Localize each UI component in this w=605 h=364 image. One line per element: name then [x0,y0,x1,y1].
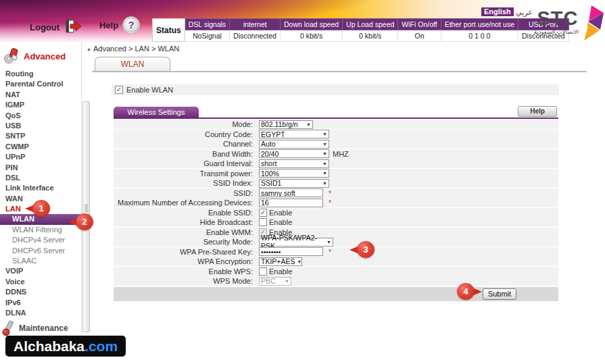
form-row-enable-ssid: Enable SSID:✓Enable [114,208,558,217]
sidebar-item-maintenance[interactable]: Maintenance [1,320,68,336]
sidebar-item-qos[interactable]: QoS [0,111,81,121]
wireless-form: Mode:802.11b/g/n▼Country Code:EGYPT▼Chan… [114,120,558,286]
help-button[interactable]: Help ? [99,16,140,34]
logout-button[interactable]: Logout [30,18,82,36]
channel-select[interactable]: Auto▼ [259,140,329,149]
stc-logo-subtext: الاتصالات السعودية [532,28,581,35]
sidebar-section-title: Advanced [24,51,66,61]
sidebar-item-ddns[interactable]: DDNS [0,287,81,297]
sidebar-item-link-interface[interactable]: Link Interface [0,183,81,193]
chevron-down-icon: ▼ [285,279,289,284]
sidebar-item-igmp[interactable]: IGMP [0,100,81,110]
field-label: SSID Index: [114,179,256,187]
form-row-band-width: Band Width:20/40▼MHZ [114,149,558,159]
field-label: Mode: [114,120,256,128]
tab-divider [92,71,587,72]
wireless-settings-header: Wireless Settings [114,107,199,118]
country-code-select[interactable]: EGYPT▼ [259,130,329,138]
annotation-step-3: 3 [357,241,374,258]
checkbox-label: Enable [269,267,292,276]
status-value-down-load-speed: 0 kbit/s [280,30,342,42]
submit-button[interactable]: Submit [483,288,516,300]
help-label: Help [99,20,118,30]
field-label: WPA Encryption: [114,257,256,265]
security-mode-select[interactable]: WPA-PSK/WPA2-PSK▼ [259,238,333,246]
field-control: Auto▼ [256,140,558,149]
sidebar-item-voice[interactable]: Voice [0,277,81,287]
question-mark-icon: ? [122,16,140,34]
status-col-down-load-speed: Down load speed [280,19,342,30]
unit-label: MHZ [333,150,349,158]
form-row-security-mode: Security Mode:WPA-PSK/WPA2-PSK▼ [114,237,558,246]
field-control: WPA-PSK/WPA2-PSK▼ [256,238,558,246]
watermark-suffix: .com [84,338,118,355]
sidebar-item-nat[interactable]: NAT [0,90,81,100]
transmit-power-select[interactable]: 100%▼ [259,169,329,178]
status-col-up-load-speed: Up Load speed [343,19,398,30]
field-control: * [256,199,558,207]
tab-wlan[interactable]: WLAN [95,57,170,71]
select-value: EGYPT [261,130,285,138]
sidebar-item-dlna[interactable]: DLNA [0,308,81,318]
ssid-input[interactable] [259,188,323,197]
form-row-ssid: SSID:* [114,188,558,198]
enable-ssid-checkbox[interactable]: ✓ [259,209,267,217]
field-control: ✓Enable [256,209,558,217]
field-label: Transmit power: [114,170,256,178]
sidebar-item-wlan-filtering[interactable]: WLAN Filtering [0,225,81,235]
form-row-maximum-number-of-accessing-devices: Maximum Number of Accessing Devices:* [114,198,558,207]
top-banner: Logout Help ? Status DSL signalsinternet… [0,0,605,42]
language-english-link[interactable]: English [481,7,514,16]
sidebar-item-cwmp[interactable]: CWMP [0,142,81,152]
select-value: Auto [261,140,276,148]
form-row-enable-wps: Enable WPS:Enable [114,267,558,276]
sidebar-item-voip[interactable]: VOIP [0,266,81,276]
status-col-wifi-on-off: WiFi On/off [398,19,441,30]
form-row-enable-wmm: Enable WMM:✓Enable [114,228,558,237]
logout-label: Logout [30,22,59,32]
enable-wlan-checkbox[interactable]: ✓ [115,86,123,94]
hide-broadcast-checkbox[interactable] [259,218,267,226]
field-label: Security Mode: [114,238,256,246]
breadcrumb-collapse-icon[interactable]: ▲ [87,47,91,51]
sidebar-item-sntp[interactable]: SNTP [0,131,81,141]
stc-starburst-icon [575,4,604,41]
chevron-down-icon: ▼ [297,259,301,264]
enable-wps-checkbox[interactable] [259,267,267,276]
checkbox-label: Enable [269,218,292,226]
form-row-wpa-encryption: WPA Encryption:TKIP+AES▼ [114,257,558,266]
sidebar-item-routing[interactable]: Routing [0,69,81,79]
chevron-down-icon: ▼ [326,240,331,244]
field-label: SSID: [114,189,256,197]
ssid-index-select[interactable]: SSID1▼ [259,179,329,188]
field-label: Maximum Number of Accessing Devices: [114,199,256,207]
status-table: Status DSL signalsinternetDown load spee… [152,18,569,42]
sidebar-item-upnp[interactable]: UPnP [0,152,81,162]
sidebar-item-parental-control[interactable]: Parental Control [0,79,81,89]
maintenance-wrench-icon [1,320,16,336]
sidebar-item-ipv6[interactable]: IPv6 [0,298,81,308]
sidebar-section-advanced[interactable]: Advanced [3,47,66,65]
section-help-button[interactable]: Help [518,106,557,117]
form-row-mode: Mode:802.11b/g/n▼ [114,120,558,129]
form-row-hide-broadcast: Hide Broadcast:Enable [114,217,558,227]
field-control: * [256,188,558,197]
sidebar-item-usb[interactable]: USB [0,121,81,131]
sidebar-item-dsl[interactable]: DSL [0,173,81,183]
wpa-pre-shared-key-input[interactable] [259,247,323,256]
sidebar-item-dhcpv6-server[interactable]: DHCPv6 Server [0,246,81,256]
select-value: SSID1 [261,179,281,187]
band-width-select[interactable]: 20/40▼ [259,149,329,158]
guard-interval-select[interactable]: short▼ [259,159,329,168]
sidebar-nav: RoutingParental ControlNATIGMPQoSUSBSNTP… [0,69,81,318]
field-control: PBC▼ [256,277,558,286]
maximum-number-of-accessing-devices-input[interactable] [259,199,323,207]
status-col-ether-port-use-not-use: Ether port use/not use [441,19,518,30]
sidebar-item-dhcpv4-server[interactable]: DHCPv4 Server [0,235,81,245]
wps-mode-select: PBC▼ [259,277,291,286]
sidebar-item-slaac[interactable]: SLAAC [0,256,81,266]
wpa-encryption-select[interactable]: TKIP+AES▼ [259,257,302,266]
language-arabic-link[interactable]: عربي [516,8,533,17]
sidebar-item-pin[interactable]: PIN [0,163,81,173]
mode-select[interactable]: 802.11b/g/n▼ [259,120,313,129]
